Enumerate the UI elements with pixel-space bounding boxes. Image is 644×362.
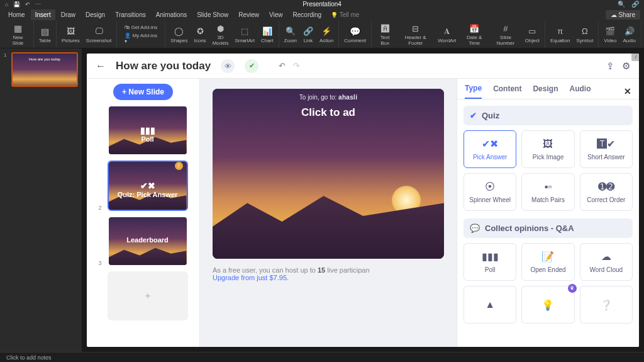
opt-short-answer[interactable]: 🆃✔Short Answer bbox=[580, 130, 633, 168]
close-panel-icon[interactable]: ✕ bbox=[624, 86, 631, 96]
menu-slideshow[interactable]: Slide Show bbox=[192, 9, 233, 20]
menu-review[interactable]: Review bbox=[234, 9, 264, 20]
ribbon-equation[interactable]: πEquation bbox=[550, 26, 570, 43]
warning-badge-icon: ! bbox=[175, 162, 183, 170]
opt-match-pairs[interactable]: ▪▫Match Pairs bbox=[521, 173, 574, 211]
new-slide-button[interactable]: + New Slide bbox=[113, 84, 173, 100]
slide-tile-leaderboard[interactable]: Leaderboard bbox=[108, 216, 188, 266]
menu-home[interactable]: Home bbox=[4, 9, 30, 20]
slide-canvas-area: i ← How are you today 👁 ✔ ↶ ↷ ⇪ ⚙ + New … bbox=[82, 48, 644, 352]
qa-icon: ❔ bbox=[600, 299, 613, 311]
side-panel: Type Content Design Audio ✕ ✔Quiz ✔✖Pick… bbox=[457, 79, 639, 347]
opt-open-ended[interactable]: 📝Open Ended bbox=[521, 243, 574, 281]
ribbon-wordart[interactable]: 𝐀WordArt bbox=[438, 26, 456, 43]
ribbon-get-addins[interactable]: 🛍 Get Add-ins bbox=[122, 24, 160, 31]
ppt-thumbnails: 1 How are you today bbox=[0, 48, 82, 352]
thumb-number: 1 bbox=[4, 52, 9, 58]
opt-pick-image[interactable]: 🖼Pick Image bbox=[521, 130, 574, 168]
share-button[interactable]: ☁ Share bbox=[606, 10, 640, 20]
ribbon-symbol[interactable]: ΩSymbol bbox=[577, 26, 594, 43]
ribbon-3d-models[interactable]: ⬢3D Models bbox=[213, 23, 229, 46]
spinner-wheel-icon: ⦿ bbox=[485, 181, 495, 193]
short-answer-icon: 🆃✔ bbox=[597, 138, 615, 150]
ribbon-shapes[interactable]: ◯Shapes bbox=[170, 26, 187, 43]
main-slide-title[interactable]: Click to ad bbox=[301, 106, 355, 119]
opt-spinner-wheel[interactable]: ⦿Spinner Wheel bbox=[464, 173, 516, 211]
slide-number: 2 bbox=[99, 205, 104, 211]
ribbon-icons[interactable]: ✪Icons bbox=[194, 26, 206, 43]
slide-tile-quiz[interactable]: ! ✔✖Quiz: Pick Answer bbox=[108, 161, 188, 211]
slide-number: 3 bbox=[99, 260, 104, 266]
menu-transitions[interactable]: Transitions bbox=[111, 9, 150, 20]
menu-view[interactable]: View bbox=[265, 9, 287, 20]
collect-section-icon: 💬 bbox=[470, 223, 480, 233]
notes-bar[interactable]: Click to add notes bbox=[0, 352, 644, 362]
ribbon-chart[interactable]: 📊Chart bbox=[261, 26, 274, 43]
menu-draw[interactable]: Draw bbox=[57, 9, 80, 20]
tab-design[interactable]: Design bbox=[533, 84, 558, 98]
ribbon-slidenum[interactable]: #Slide Number bbox=[492, 23, 519, 46]
document-title: Presentation4 bbox=[303, 1, 341, 8]
correct-order-icon: ➊➋ bbox=[598, 181, 614, 193]
opt-brainstorm[interactable]: ♛💡 bbox=[521, 286, 574, 324]
undo-icon[interactable]: ↶ bbox=[25, 1, 30, 8]
opt-word-cloud[interactable]: ☁Word Cloud bbox=[580, 243, 633, 281]
slide-preview-area: To join, go to: ahasli Click to ad As a … bbox=[200, 79, 457, 347]
ribbon-audio[interactable]: 🔊Audio bbox=[623, 26, 636, 43]
ppt-slide-thumb[interactable]: How are you today bbox=[11, 52, 78, 87]
ribbon-link[interactable]: 🔗Link bbox=[303, 26, 313, 43]
ribbon-table[interactable]: ▤Table bbox=[34, 21, 57, 48]
redo-icon[interactable]: ↷ bbox=[293, 61, 300, 71]
ribbon-smartart[interactable]: ⬚SmartArt bbox=[235, 26, 255, 43]
tab-content[interactable]: Content bbox=[493, 84, 521, 98]
opt-image[interactable]: ▲ bbox=[464, 286, 516, 324]
menu-recording[interactable]: Recording bbox=[289, 9, 326, 20]
menu-insert[interactable]: Insert bbox=[31, 9, 55, 20]
back-arrow-icon[interactable]: ← bbox=[96, 60, 106, 72]
upsell-notice: As a free user, you can host up to 15 li… bbox=[213, 266, 444, 281]
section-quiz-header: ✔Quiz bbox=[464, 106, 633, 125]
match-pairs-icon: ▪▫ bbox=[545, 181, 552, 193]
opt-qa[interactable]: ❔ bbox=[580, 286, 633, 324]
tab-audio[interactable]: Audio bbox=[569, 84, 591, 98]
preview-icon[interactable]: 👁 bbox=[221, 59, 235, 73]
ribbon-pictures[interactable]: 🖼Pictures bbox=[62, 26, 80, 43]
ribbon-textbox[interactable]: 🅰Text Box bbox=[377, 23, 393, 46]
menu-animations[interactable]: Animations bbox=[152, 9, 191, 20]
ribbon-new-slide[interactable]: ▦New Slide bbox=[3, 21, 34, 48]
pro-badge-icon: ♛ bbox=[568, 284, 577, 293]
tab-type[interactable]: Type bbox=[465, 84, 482, 99]
undo-icon[interactable]: ↶ bbox=[279, 61, 286, 71]
search-icon[interactable]: 🔍 bbox=[618, 1, 625, 8]
presentation-name[interactable]: How are you today bbox=[116, 60, 211, 72]
menu-bar: Home Insert Draw Design Transitions Anim… bbox=[0, 8, 644, 21]
ribbon-header[interactable]: ⊟Header & Footer bbox=[399, 23, 431, 46]
ribbon-zoom[interactable]: 🔍Zoom bbox=[284, 26, 297, 43]
gear-icon[interactable]: ⚙ bbox=[622, 60, 630, 72]
ribbon-my-addins[interactable]: 👤 My Add-ins ▾ bbox=[122, 32, 160, 45]
poll-icon: ▮▮▮ bbox=[482, 251, 499, 263]
link-icon[interactable]: 🔗 bbox=[631, 1, 639, 8]
upgrade-link[interactable]: Upgrade from just $7.95. bbox=[213, 274, 289, 281]
opt-poll[interactable]: ▮▮▮Poll bbox=[464, 243, 516, 281]
ribbon-comment[interactable]: 💬Comment bbox=[339, 21, 372, 48]
ribbon-screenshot[interactable]: 🖵Screenshot bbox=[86, 26, 111, 43]
save-icon[interactable]: 💾 bbox=[13, 1, 20, 8]
ribbon-video[interactable]: 🎬Video bbox=[604, 26, 616, 43]
slide-tile-poll[interactable]: ▮▮▮Poll bbox=[108, 105, 188, 156]
opt-pick-answer[interactable]: ✔✖Pick Answer bbox=[464, 130, 516, 168]
menu-design[interactable]: Design bbox=[81, 9, 109, 20]
share-icon[interactable]: ⇪ bbox=[606, 60, 614, 72]
more-icon[interactable]: ⋯ bbox=[35, 1, 41, 8]
tell-me[interactable]: Tell me bbox=[331, 11, 359, 18]
add-blank-slide[interactable]: ＋ bbox=[108, 271, 188, 320]
check-icon[interactable]: ✔ bbox=[245, 59, 258, 73]
join-instruction: To join, go to: ahasli bbox=[299, 94, 357, 101]
main-slide-preview[interactable]: To join, go to: ahasli Click to ad bbox=[213, 89, 444, 259]
autosave-icon[interactable]: ⌂ bbox=[5, 1, 8, 8]
image-option-icon: ▲ bbox=[485, 299, 495, 310]
ribbon-object[interactable]: ▭Object bbox=[525, 26, 540, 43]
ribbon-datetime[interactable]: 📅Date & Time bbox=[462, 23, 486, 46]
opt-correct-order[interactable]: ➊➋Correct Order bbox=[580, 173, 633, 211]
ribbon-action[interactable]: ⚡Action bbox=[319, 26, 333, 43]
